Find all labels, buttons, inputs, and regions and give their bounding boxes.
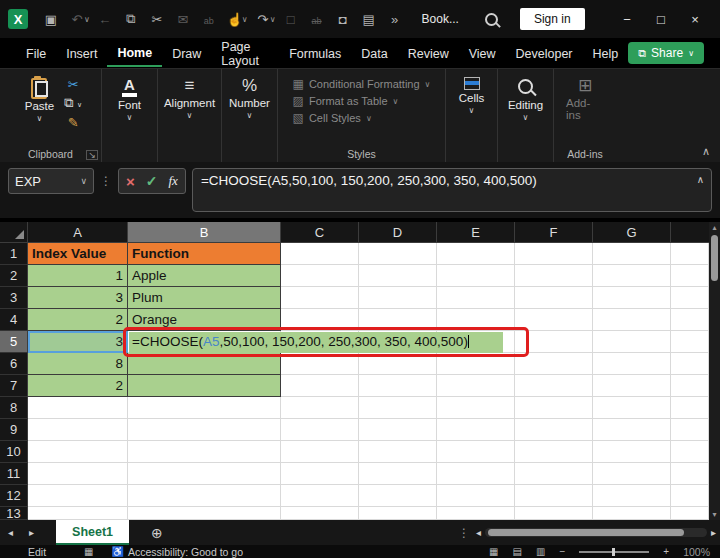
cell[interactable] — [671, 309, 709, 331]
tab-review[interactable]: Review — [398, 41, 459, 66]
row-header[interactable]: 10 — [0, 441, 28, 463]
cut-icon[interactable]: ✂ — [144, 12, 170, 27]
cell[interactable] — [437, 463, 515, 485]
cell[interactable] — [128, 485, 281, 507]
row-header[interactable]: 9 — [0, 419, 28, 441]
cell[interactable] — [593, 375, 671, 397]
cell-a1[interactable]: Index Value — [28, 243, 128, 265]
row-header[interactable]: 4 — [0, 309, 28, 331]
cell-b7[interactable] — [128, 375, 281, 397]
sheet-tab-sheet1[interactable]: Sheet1 — [56, 520, 129, 545]
scroll-down-icon[interactable]: ▾ — [712, 509, 716, 520]
column-header-c[interactable]: C — [281, 222, 359, 243]
enter-button[interactable]: ✓ — [146, 173, 158, 189]
cell[interactable] — [359, 441, 437, 463]
row-header[interactable]: 2 — [0, 265, 28, 287]
row-header[interactable]: 12 — [0, 485, 28, 507]
new-sheet-button[interactable]: ⊕ — [139, 520, 175, 545]
cell[interactable] — [359, 287, 437, 309]
cell[interactable] — [593, 441, 671, 463]
insert-function-button[interactable]: fx — [169, 173, 178, 189]
cell[interactable] — [437, 397, 515, 419]
cell[interactable] — [128, 441, 281, 463]
next-sheet-icon[interactable]: ▸ — [21, 520, 42, 545]
cell[interactable] — [359, 375, 437, 397]
cell[interactable] — [515, 441, 593, 463]
excel-logo-icon[interactable]: X — [8, 9, 28, 29]
cell[interactable] — [515, 265, 593, 287]
zoom-level[interactable]: 100% — [683, 546, 710, 558]
zoom-slider-thumb[interactable] — [612, 548, 615, 556]
cell[interactable] — [515, 419, 593, 441]
cell-a3[interactable]: 3 — [28, 287, 128, 309]
cell[interactable] — [128, 397, 281, 419]
collapse-ribbon-icon[interactable]: ∧ — [702, 145, 710, 158]
cell[interactable] — [281, 419, 359, 441]
zoom-slider[interactable] — [579, 551, 649, 553]
cell[interactable] — [671, 375, 709, 397]
cell[interactable] — [281, 287, 359, 309]
back-icon[interactable]: ← — [92, 12, 118, 27]
cell-b1[interactable]: Function — [128, 243, 281, 265]
scroll-up-icon[interactable]: ▴ — [712, 222, 716, 233]
view-normal-icon[interactable]: ▦ — [489, 546, 498, 557]
cell[interactable] — [437, 265, 515, 287]
view-page-break-icon[interactable]: ▥ — [536, 546, 545, 557]
cell-a4[interactable]: 2 — [28, 309, 128, 331]
tab-data[interactable]: Data — [351, 41, 397, 66]
column-header-b[interactable]: B — [128, 222, 281, 243]
cell[interactable] — [671, 463, 709, 485]
cell[interactable] — [593, 309, 671, 331]
row-header[interactable]: 3 — [0, 287, 28, 309]
cell[interactable] — [281, 243, 359, 265]
mail-icon[interactable]: ✉ — [170, 12, 196, 27]
cell[interactable] — [359, 397, 437, 419]
cell[interactable] — [515, 287, 593, 309]
cell[interactable] — [515, 507, 593, 520]
column-header-e[interactable]: E — [437, 222, 515, 243]
cell[interactable] — [281, 397, 359, 419]
cell[interactable] — [515, 243, 593, 265]
cell[interactable] — [593, 419, 671, 441]
search-icon[interactable] — [485, 13, 498, 26]
close-button[interactable]: × — [678, 12, 712, 27]
cell[interactable] — [671, 331, 709, 353]
cell[interactable] — [593, 265, 671, 287]
column-header-partial[interactable] — [671, 222, 709, 243]
tab-file[interactable]: File — [16, 41, 56, 66]
column-header-g[interactable]: G — [593, 222, 671, 243]
cell[interactable] — [593, 397, 671, 419]
new-file-icon[interactable]: □ — [278, 12, 304, 27]
cell[interactable] — [671, 419, 709, 441]
cell[interactable] — [593, 353, 671, 375]
cell[interactable] — [281, 441, 359, 463]
copy-button[interactable]: ⧉ ∨ — [64, 95, 82, 112]
cell[interactable] — [437, 243, 515, 265]
cell[interactable] — [128, 507, 281, 520]
vertical-scrollbar[interactable]: ▴ ▾ — [709, 222, 720, 520]
cell[interactable] — [281, 265, 359, 287]
tab-view[interactable]: View — [459, 41, 506, 66]
cell[interactable] — [593, 507, 671, 520]
row-header[interactable]: 11 — [0, 463, 28, 485]
cell[interactable] — [515, 353, 593, 375]
cell[interactable] — [515, 485, 593, 507]
tab-page-layout[interactable]: Page Layout — [211, 34, 279, 73]
drag-handle-icon[interactable]: ⋮ — [100, 168, 112, 194]
format-as-table-button[interactable]: ▨ Format as Table ∨ — [293, 94, 431, 108]
horizontal-scrollbar[interactable]: ◂ ▸ — [476, 520, 720, 545]
collapse-formula-bar-icon[interactable]: ∧ — [697, 174, 704, 185]
cell[interactable] — [28, 419, 128, 441]
share-button[interactable]: ⧉ Share ∨ — [628, 42, 704, 64]
row-header-selected[interactable]: 5 — [0, 331, 28, 353]
cell[interactable] — [593, 463, 671, 485]
cell[interactable] — [359, 419, 437, 441]
cell[interactable] — [671, 287, 709, 309]
cell[interactable] — [28, 441, 128, 463]
zoom-in-button[interactable]: + — [663, 546, 669, 557]
format-painter-button[interactable]: ✎ — [64, 115, 82, 130]
row-header[interactable]: 1 — [0, 243, 28, 265]
formula-input[interactable]: =CHOOSE(A5,50,100, 150,200, 250,300, 350… — [192, 168, 712, 212]
maximize-button[interactable]: □ — [644, 12, 678, 27]
cell[interactable] — [128, 463, 281, 485]
